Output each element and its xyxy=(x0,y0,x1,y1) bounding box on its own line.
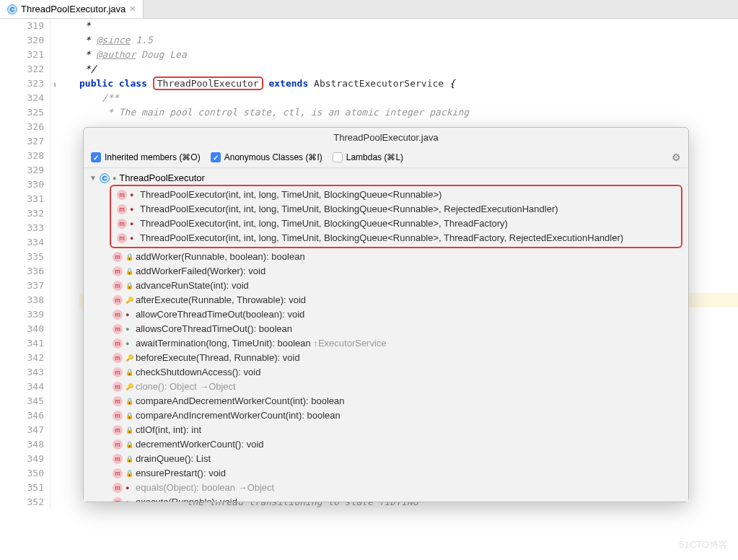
member-item[interactable]: m🔒decrementWorkerCount(): void xyxy=(89,437,682,452)
member-item[interactable]: m🔑clone(): Object →Object xyxy=(89,380,682,394)
member-item[interactable]: m🔒ensurePrestart(): void xyxy=(89,466,682,481)
member-item[interactable]: m🔑beforeExecute(Thread, Runnable): void xyxy=(89,351,682,365)
member-label: addWorkerFailed(Worker): void xyxy=(136,265,265,278)
gutter-line: 320 xyxy=(0,33,44,48)
lambdas-label: Lambdas (⌘L) xyxy=(346,152,403,162)
member-label: equals(Object): boolean →Object xyxy=(136,481,274,494)
code-line[interactable]: * The main pool control state, ctl, is a… xyxy=(79,105,738,120)
member-item[interactable]: m🔒addWorker(Runnable, boolean): boolean xyxy=(89,250,682,264)
lambdas-checkbox[interactable]: Lambdas (⌘L) xyxy=(333,152,403,162)
member-label: ctlOf(int, int): int xyxy=(136,424,201,437)
close-icon[interactable]: ✕ xyxy=(129,4,136,14)
gutter-line: 344 xyxy=(0,380,44,394)
visibility-icon: ● xyxy=(126,323,133,336)
member-label: ensurePrestart(): void xyxy=(136,467,226,480)
visibility-icon: 🔑 xyxy=(126,351,133,364)
gutter-line: 324 xyxy=(0,91,44,105)
member-item[interactable]: m🔒compareAndDecrementWorkerCount(int): b… xyxy=(89,394,682,408)
code-line[interactable]: /** xyxy=(79,91,738,105)
member-label: afterExecute(Runnable, Throwable): void xyxy=(136,294,306,307)
member-label: compareAndDecrementWorkerCount(int): boo… xyxy=(136,395,345,408)
code-line[interactable]: * xyxy=(79,19,738,33)
visibility-icon: 🔒 xyxy=(126,366,133,379)
method-icon: m xyxy=(113,454,123,464)
code-line[interactable]: * @since 1.5 xyxy=(79,33,738,48)
method-icon: m xyxy=(113,439,123,450)
gutter-line: 347 xyxy=(0,423,44,437)
member-item[interactable]: m🔒checkShutdownAccess(): void xyxy=(89,365,682,380)
gutter-line: 323⬇ xyxy=(0,76,44,91)
gutter-line: 345 xyxy=(0,394,44,408)
anonymous-label: Anonymous Classes (⌘I) xyxy=(224,152,322,162)
tab-bar: C ThreadPoolExecutor.java ✕ xyxy=(0,0,738,19)
visibility-icon: 🔑 xyxy=(126,380,133,393)
gutter-line: 331 xyxy=(0,192,44,206)
member-label: beforeExecute(Thread, Runnable): void xyxy=(136,351,300,364)
class-icon: C xyxy=(7,4,17,14)
gutter-line: 327 xyxy=(0,134,44,149)
class-icon: C xyxy=(100,173,110,183)
popup-toolbar: ✓ Inherited members (⌘O) ✓ Anonymous Cla… xyxy=(84,147,688,168)
chevron-down-icon[interactable]: ▼ xyxy=(89,174,97,182)
gutter-line: 322 xyxy=(0,62,44,76)
member-label: addWorker(Runnable, boolean): boolean xyxy=(136,250,305,263)
visibility-icon: ● xyxy=(130,232,137,245)
method-icon: m xyxy=(113,483,123,493)
method-icon: m xyxy=(113,425,123,435)
code-line[interactable]: * @author Doug Lea xyxy=(79,48,738,62)
inherited-label: Inherited members (⌘O) xyxy=(105,152,201,162)
member-item[interactable]: m🔒compareAndIncrementWorkerCount(int): b… xyxy=(89,408,682,423)
member-label: allowCoreThreadTimeOut(boolean): void xyxy=(136,308,304,321)
gutter-line: 346 xyxy=(0,408,44,423)
method-icon: m xyxy=(113,497,123,502)
visibility-icon: 🔒 xyxy=(126,467,133,480)
code-line[interactable]: */ xyxy=(79,62,738,76)
override-icon[interactable]: ⬇ xyxy=(53,78,57,92)
tree-root[interactable]: ▼ C ● ThreadPoolExecutor xyxy=(89,171,682,185)
gutter-line: 338 xyxy=(0,293,44,307)
visibility-icon: ● xyxy=(130,188,137,201)
member-item[interactable]: m🔑afterExecute(Runnable, Throwable): voi… xyxy=(89,293,682,307)
constructor-item[interactable]: m●ThreadPoolExecutor(int, int, long, Tim… xyxy=(114,202,678,216)
member-item[interactable]: m●equals(Object): boolean →Object xyxy=(89,481,682,495)
member-item[interactable]: m●awaitTermination(long, TimeUnit): bool… xyxy=(89,336,682,351)
constructor-item[interactable]: m●ThreadPoolExecutor(int, int, long, Tim… xyxy=(114,216,678,231)
method-icon: m xyxy=(113,353,123,363)
root-label: ThreadPoolExecutor xyxy=(119,172,205,183)
constructor-item[interactable]: m●ThreadPoolExecutor(int, int, long, Tim… xyxy=(114,231,678,245)
member-item[interactable]: m🔒drainQueue(): List xyxy=(89,452,682,466)
gutter-line: 339 xyxy=(0,307,44,322)
code-line[interactable]: public class ThreadPoolExecutor extends … xyxy=(79,76,738,91)
method-icon: m xyxy=(113,338,123,349)
gutter-line: 334 xyxy=(0,235,44,250)
anonymous-checkbox[interactable]: ✓ Anonymous Classes (⌘I) xyxy=(211,152,322,162)
visibility-icon: 🔒 xyxy=(126,452,133,465)
watermark: 51CTO博客 xyxy=(679,538,728,551)
member-item[interactable]: m●allowCoreThreadTimeOut(boolean): void xyxy=(89,307,682,322)
member-item[interactable]: m🔒addWorkerFailed(Worker): void xyxy=(89,264,682,279)
inherited-checkbox[interactable]: ✓ Inherited members (⌘O) xyxy=(91,152,201,162)
member-label: advanceRunState(int): void xyxy=(136,279,249,292)
gutter-line: 332 xyxy=(0,206,44,221)
member-item[interactable]: m●execute(Runnable): void xyxy=(89,495,682,502)
visibility-icon: 🔒 xyxy=(126,250,133,263)
gear-icon[interactable]: ⚙ xyxy=(672,152,681,163)
member-item[interactable]: m🔒advanceRunState(int): void xyxy=(89,279,682,293)
member-label: allowsCoreThreadTimeOut(): boolean xyxy=(136,323,292,336)
method-icon: m xyxy=(113,367,123,377)
structure-tree[interactable]: ▼ C ● ThreadPoolExecutor m●ThreadPoolExe… xyxy=(84,168,688,502)
member-item[interactable]: m●allowsCoreThreadTimeOut(): boolean xyxy=(89,322,682,336)
member-label: drainQueue(): List xyxy=(136,452,211,465)
member-label: decrementWorkerCount(): void xyxy=(136,438,264,451)
method-icon: m xyxy=(113,382,123,392)
constructor-item[interactable]: m●ThreadPoolExecutor(int, int, long, Tim… xyxy=(114,188,678,202)
visibility-icon: 🔒 xyxy=(126,265,133,278)
visibility-icon: ● xyxy=(126,308,133,321)
editor-tab[interactable]: C ThreadPoolExecutor.java ✕ xyxy=(0,0,144,18)
checkbox-icon xyxy=(333,152,343,162)
visibility-icon: ● xyxy=(126,481,133,494)
gutter-line: 351 xyxy=(0,481,44,495)
member-item[interactable]: m🔒ctlOf(int, int): int xyxy=(89,423,682,437)
checkbox-icon: ✓ xyxy=(91,152,101,162)
member-label: ThreadPoolExecutor(int, int, long, TimeU… xyxy=(140,188,442,201)
